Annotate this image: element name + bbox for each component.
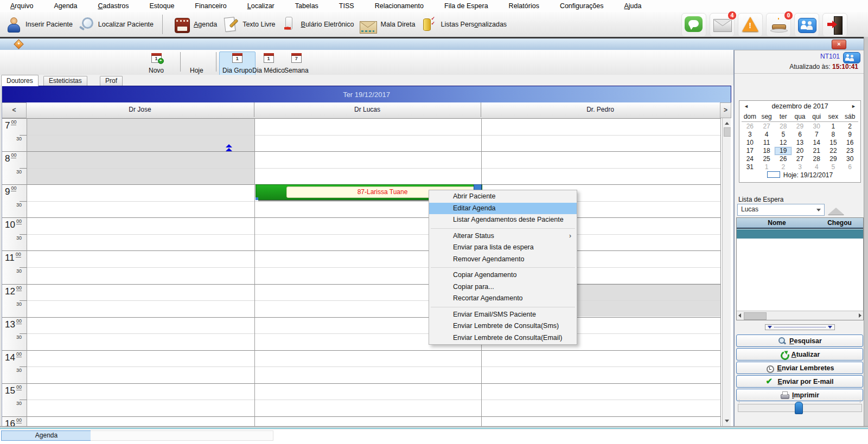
scroll-up-indicator-icon[interactable]	[225, 144, 233, 153]
calendar-day-6[interactable]: 6	[841, 163, 858, 171]
menu-item-enviar-lembrete-de-consulta-email[interactable]: Enviar Lembrete de Consulta(Email)	[429, 332, 577, 344]
calendar-day-21[interactable]: 21	[808, 147, 825, 155]
calendar-day-22[interactable]: 22	[825, 147, 842, 155]
status-people-button[interactable]	[794, 13, 819, 37]
status-birthday-button[interactable]: 0	[766, 13, 791, 37]
scroll-left-arrow[interactable]	[738, 313, 741, 318]
calendar-day-3[interactable]: 3	[742, 131, 758, 139]
menubar-item-tabelas[interactable]: Tabelas	[285, 2, 329, 10]
menu-item-copiar-agendamento[interactable]: Copiar Agendamento	[429, 269, 577, 281]
calendar-day-5[interactable]: 5	[775, 131, 792, 139]
waiting-col-chegou[interactable]: Chegou	[817, 218, 862, 228]
scrollbar-thumb[interactable]	[724, 127, 731, 137]
tab-doutores[interactable]: Doutores	[1, 75, 39, 86]
people-chat-icon[interactable]	[843, 52, 860, 63]
calendar-day-29[interactable]: 29	[792, 123, 808, 131]
column-header-dr-jose[interactable]: Dr Jose	[26, 102, 254, 117]
enviar-lembretes-button[interactable]: Enviar Lembretes	[736, 362, 863, 374]
waiting-list-table[interactable]: NomeChegou	[736, 217, 864, 320]
menu-item-alterar-status[interactable]: Alterar Status›	[429, 230, 577, 242]
menu-item-abrir-paciente[interactable]: Abrir Paciente	[429, 191, 577, 203]
calendar-day-30[interactable]: 30	[808, 123, 825, 131]
bottom-tab-agenda[interactable]: Agenda	[1, 430, 92, 441]
scroll-columns-right-button[interactable]: >	[720, 102, 731, 118]
scroll-down-arrow[interactable]	[723, 417, 731, 425]
selected-empty-row[interactable]	[737, 229, 863, 239]
waiting-list-doctor-select[interactable]: Lucas	[737, 204, 825, 216]
calendar-day-28[interactable]: 28	[808, 155, 825, 163]
waiting-list-hscrollbar[interactable]	[737, 311, 863, 320]
calendar-day-5[interactable]: 5	[825, 163, 842, 171]
calendar-day-6[interactable]: 6	[792, 131, 808, 139]
menubar-item-fila-de-espera[interactable]: Fila de Espera	[434, 2, 499, 10]
menubar-item-localizar[interactable]: Localizar	[237, 2, 285, 10]
new-appointment-button[interactable]: + Novo	[145, 52, 167, 76]
toolbar-button-custom-lists[interactable]: Listas Personalizadas	[420, 16, 507, 33]
next-month-arrow[interactable]: ►	[851, 104, 856, 109]
column-header-dr-lucas[interactable]: Dr Lucas	[254, 102, 481, 117]
calendar-day-19[interactable]: 19	[775, 147, 792, 155]
toolbar-button-agenda-book[interactable]: Agenda	[175, 17, 217, 32]
waiting-col-nome[interactable]: Nome	[737, 218, 817, 228]
tab-esteticistas[interactable]: Esteticistas	[43, 76, 87, 86]
status-chat-button[interactable]	[681, 13, 706, 37]
calendar-day-18[interactable]: 18	[758, 147, 775, 155]
calendar-day-2[interactable]: 2	[775, 163, 792, 171]
menu-item-copiar-para[interactable]: Copiar para...	[429, 281, 577, 293]
grid-vertical-scrollbar[interactable]	[722, 118, 731, 426]
calendar-day-23[interactable]: 23	[841, 147, 858, 155]
toolbar-button-envelope2[interactable]: Mala Direta	[360, 18, 416, 31]
close-window-button[interactable]: ×	[832, 40, 846, 49]
scroll-columns-left-button[interactable]: <	[2, 102, 27, 118]
menu-item-remover-agendamento[interactable]: Remover Agendamento	[429, 254, 577, 266]
calendar-day-1[interactable]: 1	[825, 123, 842, 131]
menubar-item-tiss[interactable]: TISS	[329, 2, 365, 10]
mini-calendar-today[interactable]: Hoje: 19/12/2017	[739, 171, 860, 180]
calendar-day-10[interactable]: 10	[742, 139, 758, 147]
calendar-day-27[interactable]: 27	[792, 155, 808, 163]
hscroll-thumb[interactable]	[744, 312, 767, 320]
menubar-item-relat-rios[interactable]: Relatórios	[499, 2, 550, 10]
calendar-day-30[interactable]: 30	[841, 155, 858, 163]
calendar-day-14[interactable]: 14	[808, 139, 825, 147]
calendar-day-17[interactable]: 17	[742, 147, 758, 155]
calendar-day-26[interactable]: 26	[775, 155, 792, 163]
calendar-day-24[interactable]: 24	[742, 155, 758, 163]
scroll-up-arrow[interactable]	[723, 119, 731, 127]
menubar-item-agenda[interactable]: Agenda	[43, 2, 87, 10]
calendar-day-29[interactable]: 29	[825, 155, 842, 163]
calendar-day-4[interactable]: 4	[758, 131, 775, 139]
tab-prof[interactable]: Prof	[100, 76, 123, 86]
zoom-slider-thumb[interactable]	[795, 402, 803, 414]
calendar-day-31[interactable]: 31	[742, 163, 758, 171]
toolbar-button-magnifier-big[interactable]: Localizar Paciente	[78, 16, 154, 33]
calendar-day-7[interactable]: 7	[808, 131, 825, 139]
menu-item-recortar-agendamento[interactable]: Recortar Agendamento	[429, 293, 577, 305]
calendar-day-15[interactable]: 15	[825, 139, 842, 147]
menu-item-enviar-email-sms-paciente[interactable]: Enviar Email/SMS Paciente	[429, 309, 577, 321]
menubar-item-ajuda[interactable]: Ajuda	[614, 2, 652, 10]
menu-item-editar-agenda[interactable]: Editar Agenda	[429, 203, 577, 215]
menu-item-enviar-para-lista-de-espera[interactable]: Enviar para lista de espera	[429, 242, 577, 254]
today-button[interactable]: Hoje	[187, 52, 207, 76]
collapse-panel-arrow[interactable]	[828, 208, 844, 215]
menu-item-enviar-lembrete-de-consulta-sms[interactable]: Enviar Lembrete de Consulta(Sms)	[429, 320, 577, 332]
status-alert-button[interactable]	[738, 13, 763, 37]
calendar-day-9[interactable]: 9	[841, 131, 858, 139]
calendar-day-12[interactable]: 12	[775, 139, 792, 147]
calendar-day-16[interactable]: 16	[841, 139, 858, 147]
calendar-day-3[interactable]: 3	[792, 163, 808, 171]
calendar-day-8[interactable]: 8	[825, 131, 842, 139]
calendar-day-25[interactable]: 25	[758, 155, 775, 163]
menubar-item-arquivo[interactable]: Arquivo	[0, 2, 43, 10]
menu-item-listar-agendamentos-deste-paciente[interactable]: Listar Agendamentos deste Paciente	[429, 214, 577, 226]
scroll-right-arrow[interactable]	[859, 313, 861, 318]
menubar-item-relacionamento[interactable]: Relacionamento	[365, 2, 434, 10]
calendar-day-4[interactable]: 4	[808, 163, 825, 171]
status-mail-button[interactable]: 4	[710, 13, 735, 37]
calendar-day-11[interactable]: 11	[758, 139, 775, 147]
enviar-por-e-mail-button[interactable]: Enviar por E-mail	[736, 375, 863, 388]
panel-splitter[interactable]	[765, 324, 835, 330]
calendar-day-28[interactable]: 28	[775, 123, 792, 131]
calendar-day-2[interactable]: 2	[841, 123, 858, 131]
